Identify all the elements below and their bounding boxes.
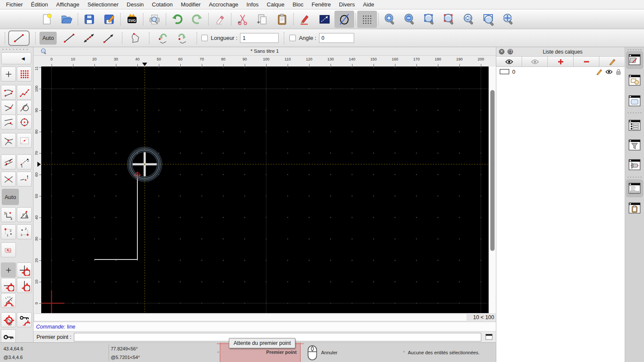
clipboard-dock-icon[interactable] [628,202,641,214]
drawing-canvas[interactable] [41,66,489,313]
layer-row[interactable]: 0 [496,67,625,76]
menu-item-infos[interactable]: Infos [246,1,258,8]
menu-item-modifier[interactable]: Modifier [181,1,200,8]
restrict-horizontal-button[interactable] [1,278,16,293]
longueur-checkbox[interactable] [201,35,208,41]
cut-button[interactable] [233,11,252,28]
line-auto-button[interactable]: Auto [39,32,57,45]
command-widget-dock-icon[interactable] [628,182,641,195]
layer-visibility-eye-icon[interactable] [605,69,613,74]
draft-mode-button[interactable] [334,11,354,28]
line-arrow-button[interactable] [99,30,118,46]
snap-intersection-button[interactable] [1,133,16,148]
save-button[interactable] [79,11,99,28]
menu-item-affichage[interactable]: Affichage [56,1,79,8]
save-as-button[interactable] [99,11,119,28]
filter-dock-icon[interactable] [628,139,641,151]
command-dock-toggle-button[interactable] [485,334,493,340]
menu-item-accrochage[interactable]: Accrochage [209,1,238,8]
restrict-intersection-button[interactable] [1,172,16,187]
snap-free-button[interactable] [1,66,16,81]
snap-auto-button[interactable]: Auto [2,189,19,205]
snap-distance-button[interactable] [1,154,16,169]
undo-point-button[interactable] [153,30,173,46]
menu-item-édition[interactable]: Édition [31,1,48,8]
vertical-scrollbar-thumb[interactable] [490,90,495,251]
menu-item-fenêtre[interactable]: Fenêtre [312,1,331,8]
layer-lock-icon[interactable] [616,69,621,75]
menu-item-cotation[interactable]: Cotation [152,1,173,8]
entity-list-dock-icon[interactable] [628,119,641,132]
close-panel-icon[interactable]: ✕ [499,49,504,54]
toolbar-handle[interactable] [5,32,5,44]
redo-point-button[interactable] [173,30,192,46]
vertical-scrollbar[interactable] [489,66,496,313]
snap-center-button[interactable] [17,115,32,130]
current-tool-line-button[interactable] [8,30,30,46]
hide-all-layers-button[interactable] [522,57,548,66]
redo-button[interactable] [187,11,207,28]
grid-toggle-button[interactable] [357,11,377,28]
show-all-layers-button[interactable] [496,57,522,66]
exclusive-snap-button[interactable] [1,242,16,257]
layer-list-dock-icon[interactable] [628,53,641,66]
sidebar-handle[interactable] [3,49,30,50]
menu-item-aide[interactable]: Aide [363,1,374,8]
snap-middle-button[interactable] [1,115,16,130]
undo-button[interactable] [167,11,187,28]
snap-distance-manual-button[interactable]: 1 2 [17,154,32,169]
restrict-orthogonal-button[interactable] [17,262,32,278]
zoom-out-button[interactable] [400,11,419,28]
lock-relative-zero-button[interactable] [17,312,32,327]
menu-item-sélectionner[interactable]: Sélectionner [88,1,118,8]
snap-endpoint-button[interactable] [1,85,16,100]
zoom-previous-button[interactable] [439,11,459,28]
longueur-input[interactable] [240,33,279,43]
copy-button[interactable] [252,11,272,28]
paste-button[interactable] [272,11,292,28]
intersection-manual-button[interactable]: ! [17,172,32,187]
set-relative-zero-button[interactable] [1,312,16,327]
select-window-button[interactable] [315,11,334,28]
coordinate-cartesian-button[interactable]: y x [1,207,16,222]
previous-view-button[interactable] [459,11,479,28]
angle-gauge-button[interactable] [1,293,16,308]
dock-handle[interactable] [628,49,641,50]
layer-color-swatch[interactable] [500,69,509,74]
edit-layer-button[interactable] [599,57,625,66]
undock-panel-icon[interactable]: ❐ [507,49,513,54]
block-list-dock-icon[interactable] [628,74,641,87]
angle-checkbox[interactable] [289,35,296,41]
pan-button[interactable] [498,11,518,28]
pen-wizard-dock-icon[interactable] [628,158,641,171]
horizontal-scrollbar[interactable] [34,314,467,321]
relative-corner-2-button[interactable]: 1 2 [17,224,32,239]
delete-button[interactable] [210,11,230,28]
open-file-button[interactable] [57,11,76,28]
print-preview-button[interactable] [145,11,164,28]
menu-item-dessin[interactable]: Dessin [127,1,144,8]
menu-item-bloc[interactable]: Bloc [292,1,303,8]
menu-item-divers[interactable]: Divers [339,1,355,8]
angle-input[interactable] [319,33,354,43]
restrict-nothing-button[interactable] [1,262,16,278]
snap-restrict-box-button[interactable] [17,133,32,148]
snap-grid-button[interactable] [17,66,32,81]
add-layer-button[interactable] [548,57,574,66]
relative-corner-1-button[interactable]: 1 2 [1,224,16,239]
snap-tangent-button[interactable] [17,100,32,115]
new-file-button[interactable] [37,11,57,28]
remove-layer-button[interactable] [574,57,599,66]
library-browser-dock-icon[interactable] [628,94,641,107]
polyline-button[interactable] [126,30,146,46]
svg-export-button[interactable]: SVG [122,11,142,28]
line-angle-button[interactable] [79,30,99,46]
menu-item-fichier[interactable]: Fichier [6,1,23,8]
edit-pen-button[interactable] [295,11,315,28]
snap-on-entity-button[interactable] [17,85,32,100]
back-button[interactable]: ◄ [1,52,31,64]
line-two-points-button[interactable] [59,30,79,46]
menu-item-calque[interactable]: Calque [267,1,284,8]
restrict-vertical-button[interactable] [17,278,32,293]
layer-edit-pencil-icon[interactable] [596,69,602,75]
